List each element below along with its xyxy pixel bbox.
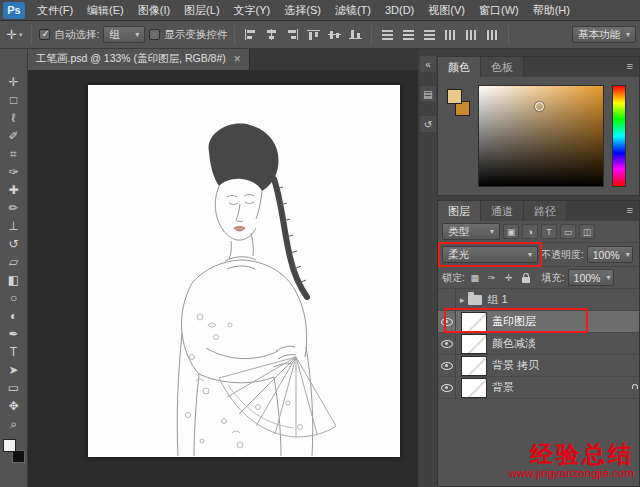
distribute-horizontal-centers-icon[interactable] [464, 28, 479, 41]
layer-row-group1[interactable]: ▸ 组 1 [438, 289, 639, 311]
distribute-vertical-centers-icon[interactable] [401, 28, 416, 41]
visibility-cell[interactable] [438, 333, 456, 355]
align-vertical-centers-icon[interactable] [327, 28, 342, 41]
lasso-tool[interactable]: ℓ [2, 109, 26, 127]
filter-shape-layers-icon[interactable]: ▭ [560, 224, 576, 239]
distribute-left-edges-icon[interactable] [443, 28, 458, 41]
menu-item-image[interactable]: 图像(I) [131, 0, 177, 21]
tab-layers[interactable]: 图层 [438, 201, 481, 221]
align-top-edges-icon[interactable] [306, 28, 321, 41]
foreground-color-swatch-panel[interactable] [447, 89, 462, 104]
gradient-tool[interactable]: ◧ [2, 271, 26, 289]
quick-selection-tool[interactable]: ✐ [2, 127, 26, 145]
dodge-tool[interactable]: ◐ [2, 307, 26, 325]
layer-row-background-copy[interactable]: 背景 拷贝 [438, 355, 639, 377]
menu-item-help[interactable]: 帮助(H) [526, 0, 577, 21]
history-panel-icon[interactable]: ↺ [420, 116, 436, 132]
distribute-bottom-edges-icon[interactable] [422, 28, 437, 41]
visibility-cell[interactable] [438, 355, 456, 377]
lock-transparency-icon[interactable]: ▦ [468, 271, 482, 285]
show-transform-controls-checkbox[interactable] [149, 29, 160, 40]
visibility-cell[interactable] [438, 289, 456, 311]
healing-brush-tool[interactable]: ✚ [2, 181, 26, 199]
fill-value-dropdown[interactable]: 100% [568, 269, 614, 286]
auto-select-target-dropdown[interactable]: 组 [103, 26, 145, 43]
blur-tool[interactable]: ○ [2, 289, 26, 307]
shape-tool[interactable]: ▭ [2, 379, 26, 397]
layer-thumbnail[interactable] [461, 312, 487, 332]
pen-tool[interactable]: ✒ [2, 325, 26, 343]
menu-item-file[interactable]: 文件(F) [30, 0, 80, 21]
foreground-color-swatch[interactable] [3, 439, 16, 452]
properties-panel-icon[interactable]: ▤ [420, 86, 436, 102]
filter-smart-objects-icon[interactable]: ◫ [579, 224, 595, 239]
zoom-tool[interactable]: ⌕ [2, 415, 26, 433]
layer-row-background[interactable]: 背景 [438, 377, 639, 399]
menu-item-filter[interactable]: 滤镜(T) [328, 0, 378, 21]
layer-thumbnail[interactable] [461, 378, 487, 398]
menu-item-type[interactable]: 文字(Y) [227, 0, 278, 21]
eyedropper-tool[interactable]: ✑ [2, 163, 26, 181]
close-tab-icon[interactable]: × [234, 53, 241, 65]
menu-item-edit[interactable]: 编辑(E) [80, 0, 131, 21]
menu-item-view[interactable]: 视图(V) [421, 0, 472, 21]
filter-pixel-layers-icon[interactable]: ▣ [503, 224, 519, 239]
menu-item-layer[interactable]: 图层(L) [177, 0, 226, 21]
tab-paths[interactable]: 路径 [524, 201, 567, 221]
visibility-cell[interactable] [438, 311, 456, 333]
eraser-tool[interactable]: ▱ [2, 253, 26, 271]
move-tool[interactable]: ✛ [2, 73, 26, 91]
eye-icon[interactable] [441, 362, 453, 370]
workspace-switcher-dropdown[interactable]: 基本功能 [572, 26, 636, 43]
hue-slider[interactable] [612, 85, 626, 187]
auto-select-checkbox[interactable] [39, 29, 50, 40]
align-bottom-edges-icon[interactable] [348, 28, 363, 41]
layer-row-color-dodge[interactable]: 颜色减淡 [438, 333, 639, 355]
history-brush-tool[interactable]: ↺ [2, 235, 26, 253]
expand-group-icon[interactable]: ▸ [460, 295, 465, 305]
brush-tool[interactable]: ✏ [2, 199, 26, 217]
layer-row-stamped[interactable]: 盖印图层 [438, 311, 639, 333]
marquee-tool[interactable]: □ [2, 91, 26, 109]
lock-all-icon[interactable] [519, 271, 533, 285]
type-tool[interactable]: T [2, 343, 26, 361]
panel-menu-icon[interactable]: ≡ [621, 57, 639, 77]
eye-icon[interactable] [441, 340, 453, 348]
lock-pixels-icon[interactable]: ✑ [485, 271, 499, 285]
layer-filter-type-dropdown[interactable]: 类型 [442, 223, 500, 240]
align-horizontal-centers-icon[interactable] [264, 28, 279, 41]
align-right-edges-icon[interactable] [285, 28, 300, 41]
saturation-brightness-field[interactable] [478, 85, 604, 187]
align-left-edges-icon[interactable] [243, 28, 258, 41]
eye-icon[interactable] [441, 384, 453, 392]
distribute-top-edges-icon[interactable] [380, 28, 395, 41]
filter-type-layers-icon[interactable]: T [541, 224, 557, 239]
layer-thumbnail[interactable] [461, 356, 487, 376]
tab-channels[interactable]: 通道 [481, 201, 524, 221]
canvas-surface[interactable] [88, 85, 400, 457]
distribute-right-edges-icon[interactable] [485, 28, 500, 41]
lock-position-icon[interactable]: ✛ [502, 271, 516, 285]
opacity-value-dropdown[interactable]: 100% [587, 246, 633, 263]
blend-mode-dropdown[interactable]: 柔光 [442, 246, 538, 263]
color-picker-marker[interactable] [535, 102, 544, 111]
tab-color[interactable]: 颜色 [438, 57, 481, 77]
path-selection-tool[interactable]: ➤ [2, 361, 26, 379]
current-tool-icon[interactable]: ✛▾ [4, 27, 24, 42]
hand-tool[interactable]: ✥ [2, 397, 26, 415]
eye-icon[interactable] [441, 318, 453, 326]
crop-tool[interactable]: ⌗ [2, 145, 26, 163]
menu-item-window[interactable]: 窗口(W) [472, 0, 526, 21]
visibility-cell[interactable] [438, 377, 456, 399]
tab-swatches[interactable]: 色板 [481, 57, 524, 77]
document-tab[interactable]: 工笔画.psd @ 133% (盖印图层, RGB/8#) × [28, 48, 250, 70]
menu-item-3d[interactable]: 3D(D) [378, 0, 421, 21]
menu-item-select[interactable]: 选择(S) [277, 0, 328, 21]
foreground-background-swatches[interactable] [3, 439, 25, 463]
clone-stamp-tool[interactable]: ⊥ [2, 217, 26, 235]
filter-adjustment-layers-icon[interactable]: ◑ [522, 224, 538, 239]
canvas-pasteboard[interactable] [28, 71, 418, 487]
panel-menu-icon[interactable]: ≡ [621, 201, 639, 221]
expand-panels-icon[interactable]: « [420, 56, 436, 72]
layer-thumbnail[interactable] [461, 334, 487, 354]
